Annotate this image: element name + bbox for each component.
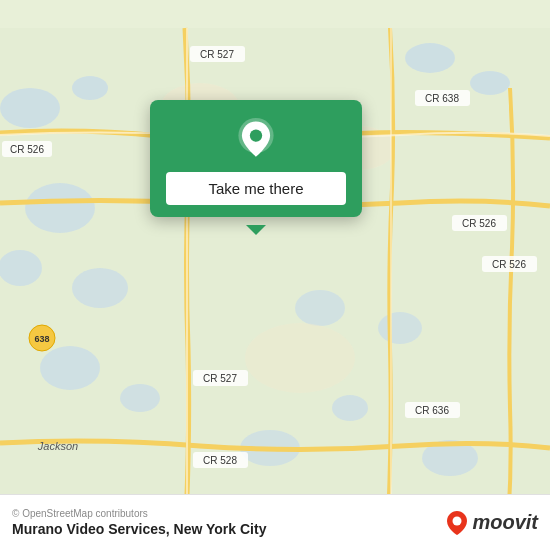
svg-text:CR 638: CR 638: [425, 93, 459, 104]
svg-text:CR 528: CR 528: [203, 455, 237, 466]
moovit-pin-icon: [446, 509, 468, 537]
svg-point-6: [0, 250, 42, 286]
attribution-text: © OpenStreetMap contributors: [12, 508, 266, 519]
map-container: CR 527 CR 638 CR 526 CR 526 CR 526 638 C…: [0, 0, 550, 550]
svg-text:CR 527: CR 527: [203, 373, 237, 384]
svg-point-3: [405, 43, 455, 73]
svg-point-8: [40, 346, 100, 390]
svg-text:Jackson: Jackson: [37, 440, 78, 452]
svg-point-10: [295, 290, 345, 326]
svg-text:CR 526: CR 526: [462, 218, 496, 229]
svg-point-39: [250, 129, 262, 141]
location-pin-icon: [234, 118, 278, 162]
location-name: Murano Video Services, New York City: [12, 521, 266, 537]
moovit-logo: moovit: [446, 509, 538, 537]
svg-point-17: [245, 323, 355, 393]
svg-point-5: [25, 183, 95, 233]
svg-point-2: [72, 76, 108, 100]
svg-text:CR 527: CR 527: [200, 49, 234, 60]
map-background: CR 527 CR 638 CR 526 CR 526 CR 526 638 C…: [0, 0, 550, 550]
take-me-there-button[interactable]: Take me there: [166, 172, 346, 205]
svg-point-11: [378, 312, 422, 344]
svg-text:638: 638: [34, 334, 49, 344]
svg-point-1: [0, 88, 60, 128]
svg-text:CR 636: CR 636: [415, 405, 449, 416]
svg-point-12: [332, 395, 368, 421]
popup-card: Take me there: [150, 100, 362, 217]
svg-point-7: [72, 268, 128, 308]
svg-point-9: [120, 384, 160, 412]
svg-point-40: [453, 516, 462, 525]
moovit-brand-text: moovit: [472, 511, 538, 534]
svg-text:CR 526: CR 526: [10, 144, 44, 155]
svg-text:CR 526: CR 526: [492, 259, 526, 270]
bottom-left-info: © OpenStreetMap contributors Murano Vide…: [12, 508, 266, 537]
svg-point-4: [470, 71, 510, 95]
bottom-bar: © OpenStreetMap contributors Murano Vide…: [0, 494, 550, 550]
